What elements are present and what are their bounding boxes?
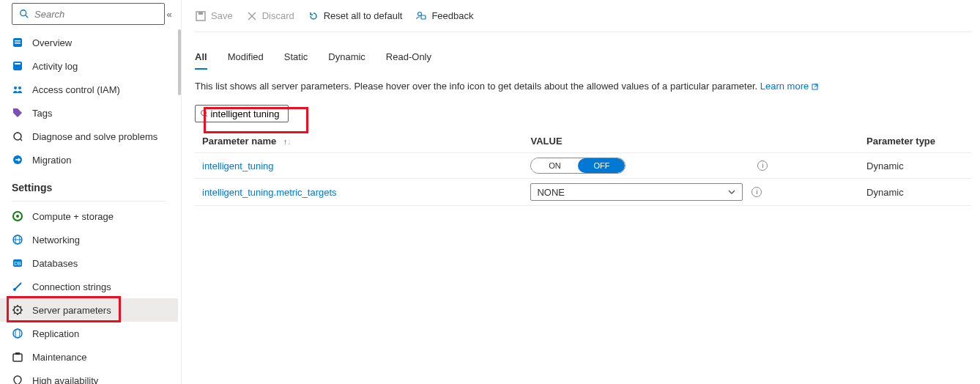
sidebar-item-diagnose[interactable]: Diagnose and solve problems (0, 125, 178, 148)
learn-more-link[interactable]: Learn more (760, 81, 819, 92)
toggle-intelligent-tuning[interactable]: ON OFF (530, 158, 626, 174)
svg-point-9 (14, 133, 21, 140)
save-button[interactable]: Save (195, 10, 233, 22)
tags-icon (12, 107, 23, 119)
scrollbar[interactable] (178, 29, 181, 95)
sidebar-item-label: Compute + storage (32, 211, 114, 222)
sidebar-item-label: Diagnose and solve problems (32, 131, 157, 142)
sidebar: « Overview Activity log Access control (… (0, 0, 182, 384)
svg-point-23 (13, 329, 22, 338)
reset-icon (308, 10, 319, 22)
sidebar-item-replication[interactable]: Replication (0, 322, 178, 345)
dropdown-value: NONE (537, 187, 565, 198)
reset-button[interactable]: Reset all to default (308, 10, 403, 22)
param-type: Dynamic (859, 153, 971, 179)
search-icon (18, 8, 30, 20)
ha-icon (12, 374, 23, 384)
collapse-sidebar-button[interactable]: « (165, 9, 174, 20)
sidebar-item-tags[interactable]: Tags (0, 101, 178, 125)
tab-read-only[interactable]: Read-Only (386, 47, 431, 70)
svg-point-0 (21, 10, 26, 16)
tabs: All Modified Static Dynamic Read-Only (195, 47, 971, 70)
sidebar-item-databases[interactable]: DB Databases (0, 251, 178, 275)
svg-point-20 (13, 288, 16, 291)
sidebar-item-label: Overview (32, 37, 72, 48)
main-content: Save Discard Reset all to default Feedba… (182, 0, 980, 384)
sidebar-search[interactable] (12, 3, 165, 25)
svg-rect-6 (15, 63, 21, 64)
sidebar-item-access-control[interactable]: Access control (IAM) (0, 78, 178, 101)
migration-icon (12, 154, 23, 166)
discard-button[interactable]: Discard (246, 10, 294, 22)
sidebar-section-settings: Settings (0, 171, 178, 198)
tab-static[interactable]: Static (284, 47, 308, 70)
replication-icon (12, 328, 23, 339)
button-label: Feedback (431, 10, 473, 21)
sidebar-item-networking[interactable]: Networking (0, 228, 178, 251)
table-row: intelligent_tuning.metric_targets NONE i… (195, 179, 971, 206)
sidebar-item-label: Maintenance (32, 352, 86, 363)
overview-icon (12, 37, 23, 48)
toggle-on[interactable]: ON (531, 158, 578, 173)
param-name-link[interactable]: intelligent_tuning (202, 160, 274, 171)
sidebar-item-migration[interactable]: Migration (0, 148, 178, 171)
tab-dynamic[interactable]: Dynamic (328, 47, 365, 70)
svg-point-8 (18, 86, 21, 89)
feedback-button[interactable]: Feedback (415, 10, 473, 22)
diagnose-icon (12, 130, 23, 142)
description: This list shows all server parameters. P… (195, 81, 971, 92)
sidebar-item-maintenance[interactable]: Maintenance (0, 345, 178, 369)
svg-rect-28 (198, 12, 203, 15)
svg-rect-25 (13, 354, 22, 361)
sidebar-item-label: Replication (32, 328, 79, 339)
highlight-server-parameters (7, 296, 121, 322)
sidebar-item-label: Networking (32, 235, 80, 245)
chevron-down-icon (727, 188, 736, 196)
svg-rect-5 (13, 62, 22, 70)
feedback-icon (415, 10, 427, 22)
sidebar-item-label: Tags (32, 108, 52, 119)
button-label: Save (211, 10, 233, 21)
dropdown-metric-targets[interactable]: NONE (530, 183, 743, 201)
info-icon[interactable]: i (757, 160, 768, 171)
maintenance-icon (12, 351, 23, 363)
tab-all[interactable]: All (195, 47, 207, 70)
discard-icon (246, 10, 258, 22)
sidebar-item-overview[interactable]: Overview (0, 31, 178, 54)
description-text: This list shows all server parameters. P… (195, 81, 760, 92)
sidebar-item-label: Connection strings (32, 281, 111, 292)
divider (12, 201, 166, 202)
conn-icon (12, 281, 23, 292)
column-header-type[interactable]: Parameter type (859, 130, 971, 153)
sidebar-search-input[interactable] (34, 9, 158, 20)
filter-row (195, 105, 971, 130)
sidebar-item-compute[interactable]: Compute + storage (0, 204, 178, 228)
info-icon[interactable]: i (751, 187, 762, 197)
svg-rect-4 (15, 43, 21, 44)
db-icon: DB (12, 257, 23, 269)
save-icon (195, 10, 207, 22)
tab-modified[interactable]: Modified (228, 47, 264, 70)
toolbar: Save Discard Reset all to default Feedba… (195, 0, 971, 32)
sidebar-item-label: Activity log (32, 61, 78, 72)
toggle-off[interactable]: OFF (578, 158, 625, 173)
button-label: Discard (262, 10, 294, 21)
param-name-link[interactable]: intelligent_tuning.metric_targets (202, 187, 337, 198)
sidebar-item-activity-log[interactable]: Activity log (0, 54, 178, 78)
svg-point-7 (14, 86, 17, 89)
sidebar-item-label: Access control (IAM) (32, 84, 120, 95)
column-header-value[interactable]: VALUE (523, 130, 859, 153)
sidebar-item-connection-strings[interactable]: Connection strings (0, 275, 178, 298)
button-label: Reset all to default (324, 10, 403, 21)
sidebar-item-label: High availability (32, 375, 98, 385)
svg-line-1 (26, 15, 29, 18)
param-type: Dynamic (859, 179, 971, 206)
svg-rect-26 (15, 352, 20, 355)
sidebar-item-high-availability[interactable]: High availability (0, 369, 178, 384)
highlight-filter-input (204, 107, 308, 133)
network-icon (12, 234, 23, 245)
svg-rect-32 (421, 15, 426, 19)
compute-icon (12, 210, 23, 222)
svg-point-24 (15, 329, 20, 338)
svg-point-31 (418, 12, 422, 15)
